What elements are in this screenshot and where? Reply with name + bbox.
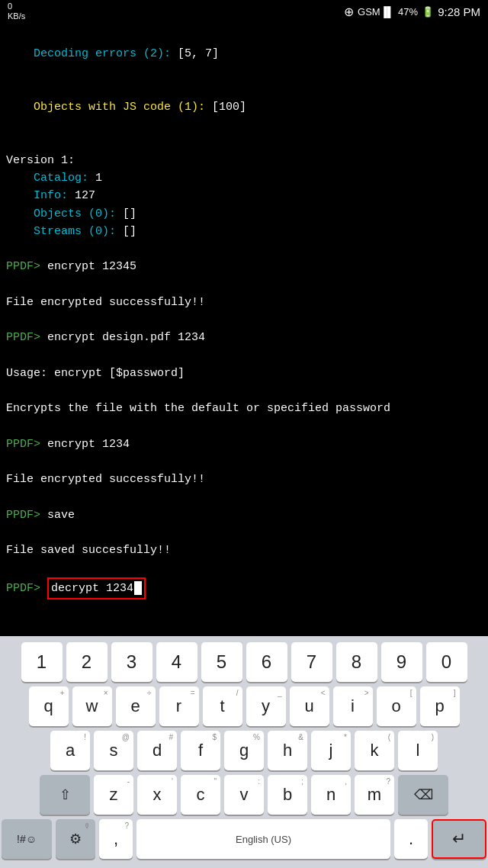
key-d[interactable]: #d	[137, 731, 177, 770]
cmd-encrypt-1234: PPDF> encrypt 1234	[6, 436, 482, 453]
key-q[interactable]: +q	[29, 686, 69, 726]
key-e[interactable]: ÷e	[116, 686, 156, 726]
cmd-encrypt-12345: PPDF> encrypt 12345	[6, 258, 482, 275]
key-r[interactable]: =r	[159, 686, 199, 726]
js-objects-value: [100]	[212, 101, 246, 114]
key-g[interactable]: %g	[224, 731, 264, 770]
status-bar: 0 KB/s ⊕ GSM▐▌ 47% 🔋 9:28 PM	[0, 0, 488, 23]
key-c[interactable]: "c	[181, 775, 220, 815]
blank-5	[6, 347, 482, 365]
key-o[interactable]: [o	[377, 686, 416, 726]
blank-8	[6, 453, 482, 471]
keyboard-row-zxcv: ⇧ -z 'x "c :v ;b ,n ?m ⌫	[2, 775, 486, 815]
keyboard-row-bottom: !#☺ 🎙 ⚙ ?, English (US) . ↵	[2, 819, 486, 859]
current-command-text: decrypt 1234	[51, 580, 133, 597]
blank-6	[6, 382, 482, 400]
key-2[interactable]: 2	[66, 642, 108, 682]
key-4[interactable]: 4	[156, 642, 197, 682]
blank-1	[6, 134, 482, 152]
time: 9:28 PM	[438, 5, 480, 18]
key-k[interactable]: (k	[355, 731, 394, 770]
key-1[interactable]: 1	[21, 642, 63, 682]
blank-4	[6, 311, 482, 329]
text-cursor	[134, 581, 142, 595]
keyboard: 1 2 3 4 5 6 7 8 9 0 +q ×w ÷e =r /t _y <u…	[0, 636, 488, 868]
blank-11	[6, 560, 482, 577]
network-speed: 0 KB/s	[8, 2, 25, 21]
key-6[interactable]: 6	[246, 642, 287, 682]
key-a[interactable]: !a	[50, 731, 90, 770]
key-s[interactable]: @s	[94, 731, 133, 770]
blank-9	[6, 489, 482, 506]
key-0[interactable]: 0	[426, 642, 467, 682]
version-line: Version 1:	[6, 152, 482, 169]
blank-7	[6, 418, 482, 436]
terminal: Decoding errors (2): [5, 7] Objects with…	[0, 23, 488, 636]
keyboard-row-asdf: !a @s #d $f %g &h *j (k )l	[2, 731, 486, 770]
key-comma[interactable]: ?,	[99, 819, 133, 859]
key-period[interactable]: .	[394, 819, 428, 859]
info-line: Info: 127	[6, 187, 482, 204]
signal-icon: GSM▐▌	[358, 6, 394, 18]
key-l[interactable]: )l	[398, 731, 438, 770]
key-symbols[interactable]: !#☺	[2, 819, 52, 859]
key-settings[interactable]: 🎙 ⚙	[56, 819, 95, 859]
key-z[interactable]: -z	[94, 775, 133, 815]
key-5[interactable]: 5	[201, 642, 242, 682]
key-i[interactable]: >i	[333, 686, 373, 726]
keyboard-row-qwerty: +q ×w ÷e =r /t _y <u >i [o ]p	[2, 686, 486, 726]
key-w[interactable]: ×w	[72, 686, 112, 726]
battery-percentage: 47%	[398, 6, 418, 18]
key-j[interactable]: *j	[311, 731, 351, 770]
streams-line: Streams (0): []	[6, 223, 482, 240]
cmd-save: PPDF> save	[6, 506, 482, 524]
encrypted-ok-1: File encrypted successfully!!	[6, 294, 482, 311]
saved-ok: File saved succesfully!!	[6, 542, 482, 559]
status-icons: ⊕ GSM▐▌ 47% 🔋 9:28 PM	[344, 5, 480, 19]
js-objects-label: Objects with JS code (1):	[34, 101, 212, 114]
usage-line: Usage: encrypt [$password]	[6, 365, 482, 382]
key-y[interactable]: _y	[246, 686, 286, 726]
key-x[interactable]: 'x	[137, 775, 177, 815]
js-objects-line: Objects with JS code (1): [100]	[6, 81, 482, 134]
key-enter[interactable]: ↵	[432, 819, 486, 859]
key-8[interactable]: 8	[336, 642, 377, 682]
key-7[interactable]: 7	[291, 642, 332, 682]
key-n[interactable]: ,n	[311, 775, 351, 815]
current-input-line[interactable]: PPDF> decrypt 1234	[6, 577, 482, 600]
key-backspace[interactable]: ⌫	[398, 775, 448, 815]
blank-3	[6, 276, 482, 294]
objects-line: Objects (0): []	[6, 205, 482, 223]
battery-icon: 🔋	[422, 6, 434, 18]
sync-icon: ⊕	[344, 5, 354, 19]
blank-2	[6, 240, 482, 258]
key-f[interactable]: $f	[181, 731, 220, 770]
key-h[interactable]: &h	[268, 731, 307, 770]
key-9[interactable]: 9	[381, 642, 422, 682]
key-shift[interactable]: ⇧	[40, 775, 90, 815]
decoding-errors-line: Decoding errors (2): [5, 7]	[6, 27, 482, 81]
catalog-line: Catalog: 1	[6, 169, 482, 187]
current-command-box[interactable]: decrypt 1234	[47, 577, 146, 600]
key-space[interactable]: English (US)	[136, 819, 390, 859]
keyboard-row-numbers: 1 2 3 4 5 6 7 8 9 0	[2, 642, 486, 682]
encrypted-ok-2: File encrypted successfully!!	[6, 471, 482, 488]
key-m[interactable]: ?m	[355, 775, 394, 815]
decoding-errors-value: [5, 7]	[178, 47, 219, 60]
blank-10	[6, 524, 482, 542]
key-t[interactable]: /t	[203, 686, 242, 726]
key-u[interactable]: <u	[290, 686, 329, 726]
decoding-errors-label: Decoding errors (2):	[34, 47, 178, 60]
key-b[interactable]: ;b	[268, 775, 307, 815]
key-p[interactable]: ]p	[420, 686, 460, 726]
key-3[interactable]: 3	[111, 642, 152, 682]
encrypts-desc: Encrypts the file with the default or sp…	[6, 400, 482, 417]
current-prompt: PPDF>	[6, 580, 47, 597]
key-v[interactable]: :v	[224, 775, 264, 815]
cmd-encrypt-design: PPDF> encrypt design.pdf 1234	[6, 329, 482, 346]
